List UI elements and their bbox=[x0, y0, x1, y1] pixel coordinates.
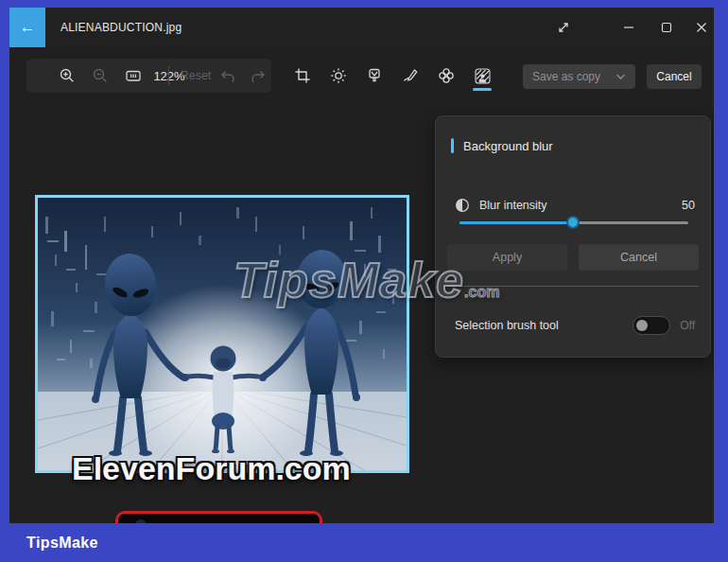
save-as-copy-label: Save as copy bbox=[532, 70, 600, 83]
blur-intensity-row: Blur intensity 50 bbox=[455, 197, 695, 214]
reset-button[interactable]: Reset bbox=[175, 59, 217, 93]
panel-title: Background blur bbox=[463, 139, 553, 153]
selection-brush-label: Selection brush tool bbox=[455, 319, 559, 332]
selection-brush-row: Selection brush tool Off bbox=[455, 315, 695, 336]
fullscreen-button[interactable] bbox=[545, 8, 582, 47]
close-icon bbox=[696, 22, 707, 33]
minimize-icon bbox=[623, 22, 634, 33]
crop-icon bbox=[294, 67, 311, 84]
fit-to-window-icon bbox=[125, 67, 142, 84]
brand-label: TipsMake bbox=[26, 535, 98, 552]
alien-abduction-image bbox=[38, 198, 407, 470]
tool-filter[interactable] bbox=[361, 59, 388, 93]
toggle-knob bbox=[636, 320, 648, 331]
accent-bar bbox=[451, 138, 454, 153]
back-button[interactable]: ← bbox=[9, 8, 45, 47]
redo-button[interactable] bbox=[244, 59, 272, 93]
save-as-copy-button[interactable]: Save as copy bbox=[523, 64, 635, 89]
red-annotation-box bbox=[115, 511, 322, 523]
titlebar: ← ALIENABDUCTION.jpg bbox=[9, 8, 714, 47]
background-blur-panel: Background blur Blur intensity 50 Apply … bbox=[435, 115, 711, 358]
blur-intensity-slider[interactable] bbox=[459, 216, 688, 229]
adjustment-sun-icon bbox=[330, 67, 347, 84]
panel-header: Background blur bbox=[451, 138, 553, 153]
filter-icon bbox=[366, 67, 383, 84]
editing-tools bbox=[289, 59, 495, 93]
tool-retouch[interactable] bbox=[433, 59, 459, 93]
redo-icon bbox=[251, 68, 267, 84]
close-button[interactable] bbox=[683, 8, 714, 47]
tool-markup[interactable] bbox=[397, 59, 424, 93]
tool-background-blur[interactable] bbox=[469, 59, 495, 93]
panel-buttons: Apply Cancel bbox=[447, 244, 699, 271]
selection-brush-toggle[interactable] bbox=[633, 316, 670, 335]
zoom-toolbar: 122% Reset bbox=[26, 59, 271, 93]
fit-to-window-button[interactable] bbox=[119, 59, 147, 93]
file-title: ALIENABDUCTION.jpg bbox=[61, 8, 182, 47]
photo-canvas[interactable] bbox=[35, 195, 409, 473]
minimize-button[interactable] bbox=[610, 8, 648, 47]
elevenforum-watermark: ElevenForum.com bbox=[72, 450, 351, 487]
apply-button[interactable]: Apply bbox=[447, 244, 567, 271]
photos-app-window: ← ALIENABDUCTION.jpg bbox=[9, 8, 714, 523]
chevron-down-icon bbox=[615, 73, 626, 80]
zoom-in-button[interactable] bbox=[53, 59, 81, 93]
zoom-out-button[interactable] bbox=[86, 59, 114, 93]
tool-adjustment[interactable] bbox=[325, 59, 352, 93]
toolbar-cancel-button[interactable]: Cancel bbox=[647, 64, 702, 89]
zoom-in-icon bbox=[59, 67, 76, 84]
retouch-icon bbox=[438, 67, 455, 84]
zoom-out-icon bbox=[92, 67, 109, 84]
undo-icon bbox=[219, 68, 235, 84]
maximize-icon bbox=[661, 22, 672, 33]
slider-thumb[interactable] bbox=[566, 216, 580, 229]
blur-intensity-value: 50 bbox=[682, 199, 695, 212]
contrast-half-circle-icon bbox=[455, 198, 470, 213]
blur-intensity-label: Blur intensity bbox=[479, 199, 547, 212]
toolbar-divider bbox=[168, 66, 169, 85]
panel-divider bbox=[447, 286, 699, 287]
fullscreen-icon bbox=[556, 20, 571, 35]
undo-button[interactable] bbox=[213, 59, 241, 93]
markup-pen-icon bbox=[402, 67, 419, 84]
brand-bar: TipsMake bbox=[0, 523, 728, 562]
active-tool-underline bbox=[473, 88, 492, 91]
panel-cancel-button[interactable]: Cancel bbox=[579, 244, 699, 271]
arrow-left-icon: ← bbox=[20, 18, 36, 37]
background-blur-icon bbox=[474, 67, 492, 85]
maximize-button[interactable] bbox=[648, 8, 685, 47]
slider-fill bbox=[459, 221, 573, 224]
toggle-state-label: Off bbox=[680, 319, 695, 332]
tool-crop[interactable] bbox=[289, 59, 316, 93]
